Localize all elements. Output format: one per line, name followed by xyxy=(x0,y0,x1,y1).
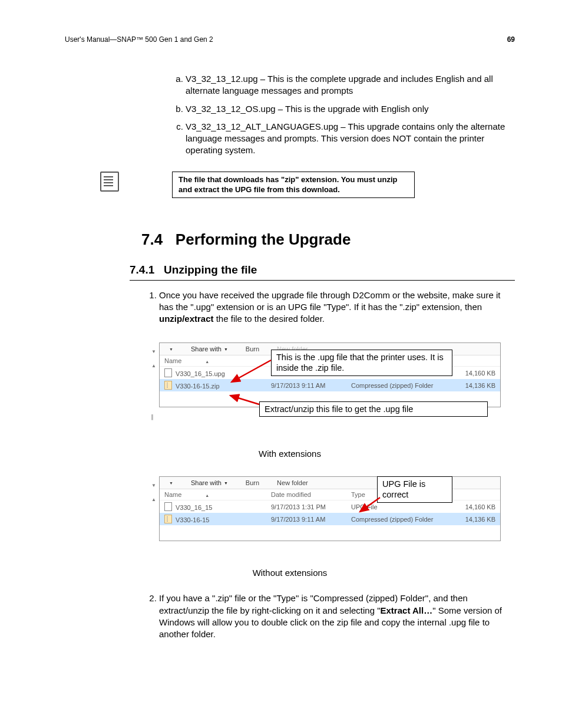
scroll-down-icon: ▌ xyxy=(151,410,158,421)
chevron-down-icon: ▼ xyxy=(224,347,228,351)
figure-caption: Without extensions xyxy=(65,568,515,578)
share-with-label: Share with xyxy=(191,479,222,486)
step1-bold: unzip/extract xyxy=(159,314,214,324)
sort-asc-icon: ▲ xyxy=(205,493,209,498)
subsection-title: Unzipping the file xyxy=(164,263,257,276)
scroll-handle-icon: ▲ xyxy=(151,493,158,503)
file-size: 14,136 KB xyxy=(454,379,500,391)
callout-upg-correct: UPG File is correct xyxy=(377,476,452,502)
file-date: 9/17/2013 9:11 AM xyxy=(266,513,346,525)
share-with-label: Share with xyxy=(191,345,222,353)
list-item: V3_32_13_12_OS.upg – This is the upgrade… xyxy=(186,103,515,115)
callout-extract: Extract/unzip this file to get the .upg … xyxy=(259,401,488,417)
file-date: 9/17/2013 9:11 AM xyxy=(266,379,346,391)
note-box: The file that downloads has "zip" extens… xyxy=(172,172,415,198)
scroll-handle-icon: ▲ xyxy=(151,359,158,370)
subsection-heading: 7.4.1 Unzipping the file xyxy=(130,263,515,276)
callout-upg-desc: This is the .upg file that the printer u… xyxy=(271,350,452,375)
step2-bold: Extract All… xyxy=(381,605,433,615)
share-with-menu[interactable]: Share with ▼ xyxy=(191,345,228,353)
chevron-down-icon: ▼ xyxy=(224,481,228,485)
burn-button[interactable]: Burn xyxy=(246,479,259,486)
col-name[interactable]: Name xyxy=(164,491,181,498)
section-title: Performing the Upgrade xyxy=(176,230,351,248)
file-size: 14,136 KB xyxy=(456,513,500,525)
file-name: V330-16-15.zip xyxy=(176,383,220,390)
chevron-down-icon: ▼ xyxy=(169,481,173,485)
share-with-menu[interactable]: Share with ▼ xyxy=(191,479,228,486)
col-date[interactable]: Date modified xyxy=(266,489,346,500)
file-size: 14,160 KB xyxy=(454,367,500,380)
burn-button[interactable]: Burn xyxy=(246,345,259,353)
scroll-up-icon: ▼ xyxy=(151,345,158,355)
table-row[interactable]: V330-16-15.zip 9/17/2013 9:11 AM Compres… xyxy=(160,379,500,391)
figure-caption: With extensions xyxy=(65,449,515,459)
section-number: 7.4 xyxy=(141,230,163,248)
note-icon xyxy=(100,172,119,192)
file-type: Compressed (zipped) Folder xyxy=(346,513,456,525)
zip-icon xyxy=(164,515,172,523)
file-size: 14,160 KB xyxy=(456,500,500,513)
step-1: Once you have received the upgrade file … xyxy=(159,289,515,325)
zip-icon xyxy=(164,381,172,390)
file-icon xyxy=(164,368,172,377)
file-type: Compressed (zipped) Folder xyxy=(346,379,454,391)
file-name: V330-16-15 xyxy=(176,516,210,523)
file-name: V330_16_15 xyxy=(176,504,212,511)
step1-text-post: the file to the desired folder. xyxy=(214,314,325,324)
file-icon xyxy=(164,502,172,511)
step-2: If you have a ".zip" file or the "Type" … xyxy=(159,592,515,640)
table-row[interactable]: V330-16-15 9/17/2013 9:11 AM Compressed … xyxy=(160,513,500,525)
step1-text-pre: Once you have received the upgrade file … xyxy=(159,290,500,312)
header-left: User's Manual—SNAP™ 500 Gen 1 and Gen 2 xyxy=(65,35,213,44)
list-item: V3_32_13_12_ALT_LANGUAGES.upg – This upg… xyxy=(186,121,515,157)
scroll-up-icon: ▼ xyxy=(151,479,158,489)
file-variants-list: V3_32_13_12.upg – This is the complete u… xyxy=(174,73,515,157)
sort-asc-icon: ▲ xyxy=(205,360,209,364)
subsection-number: 7.4.1 xyxy=(130,263,154,276)
list-item: V3_32_13_12.upg – This is the complete u… xyxy=(186,73,515,97)
rule xyxy=(130,280,515,281)
col-name[interactable]: Name xyxy=(164,357,181,364)
chevron-down-icon: ▼ xyxy=(169,347,173,351)
section-heading: 7.4 Performing the Upgrade xyxy=(141,230,515,249)
file-date: 9/17/2013 1:31 PM xyxy=(266,500,346,513)
page-header: User's Manual—SNAP™ 500 Gen 1 and Gen 2 … xyxy=(65,35,515,44)
file-name: V330_16_15.upg xyxy=(176,370,225,377)
page-number: 69 xyxy=(507,35,515,44)
new-folder-button[interactable]: New folder xyxy=(277,479,308,486)
